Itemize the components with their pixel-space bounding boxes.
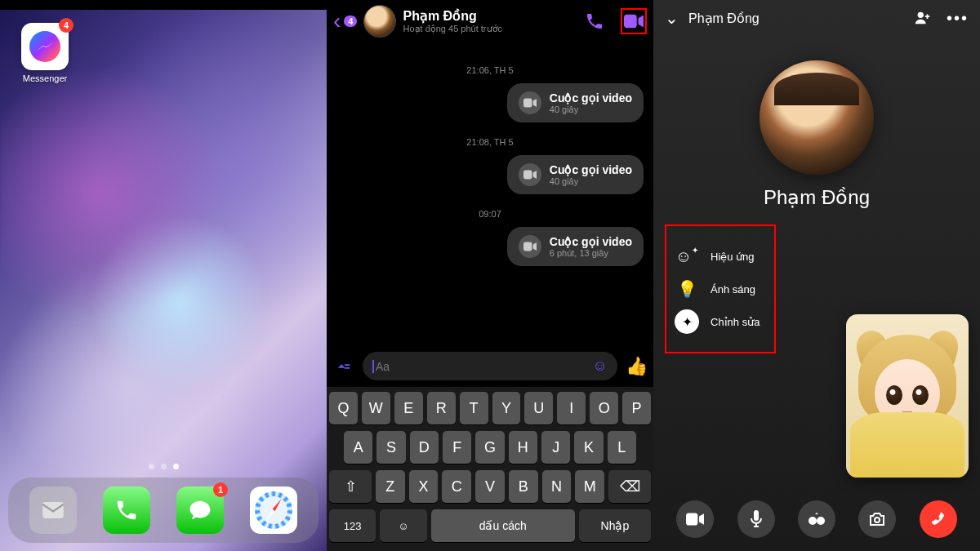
call-contact-name-large: Phạm Đồng xyxy=(653,186,980,209)
edit-option[interactable]: ✦ Chỉnh sửa xyxy=(675,309,760,334)
svg-rect-0 xyxy=(42,502,64,518)
return-key[interactable]: Nhập xyxy=(579,509,651,542)
messenger-app[interactable]: 4 Messenger xyxy=(21,23,69,83)
key-v[interactable]: V xyxy=(475,470,505,503)
key-f[interactable]: F xyxy=(443,431,471,464)
key-q[interactable]: Q xyxy=(329,392,358,424)
contact-info[interactable]: Phạm Đồng Hoạt động 45 phút trước xyxy=(403,8,502,34)
effects-label: Hiệu ứng xyxy=(710,251,755,263)
key-y[interactable]: Y xyxy=(492,392,521,424)
svg-rect-4 xyxy=(523,242,532,251)
phone-app-icon[interactable] xyxy=(103,487,150,534)
call-title: Cuộc gọi video xyxy=(550,163,632,176)
svg-point-10 xyxy=(875,518,880,522)
effects-button[interactable] xyxy=(798,500,835,538)
call-log-bubble[interactable]: Cuộc gọi video 40 giây xyxy=(507,83,644,122)
more-options-button[interactable]: ••• xyxy=(947,9,969,28)
shift-key[interactable]: ⇧ xyxy=(329,470,372,503)
video-call-panel: ⌄ Phạm Đồng ••• Phạm Đồng ☺✦ Hiệu ứng 💡 … xyxy=(653,0,980,551)
svg-point-9 xyxy=(817,517,825,525)
key-h[interactable]: H xyxy=(509,431,537,464)
svg-point-5 xyxy=(918,11,924,17)
emoji-keyboard-key[interactable]: ☺ xyxy=(380,509,426,542)
edit-label: Chỉnh sửa xyxy=(710,316,760,328)
keyboard: QWERTYUIOP ASDFGHJKL ⇧ ZXCVBNM ⌫ 123 ☺ d… xyxy=(327,387,653,551)
chat-panel: ‹ 4 Phạm Đồng Hoạt động 45 phút trước 21… xyxy=(327,0,653,551)
home-screen-panel: 4 Messenger 1 xyxy=(0,0,327,551)
key-u[interactable]: U xyxy=(524,392,553,424)
key-i[interactable]: I xyxy=(557,392,586,424)
numbers-key[interactable]: 123 xyxy=(329,509,376,542)
minimize-button[interactable]: ⌄ xyxy=(665,8,679,28)
key-w[interactable]: W xyxy=(362,392,390,424)
end-call-button[interactable] xyxy=(920,500,957,538)
svg-rect-3 xyxy=(523,170,532,179)
toggle-video-button[interactable] xyxy=(676,500,714,538)
messages-app-icon[interactable]: 1 xyxy=(176,487,224,534)
page-indicator[interactable] xyxy=(0,464,327,469)
key-t[interactable]: T xyxy=(460,392,488,424)
audio-call-button[interactable] xyxy=(581,8,608,34)
key-g[interactable]: G xyxy=(475,431,504,464)
svg-point-8 xyxy=(808,517,817,525)
backspace-key[interactable]: ⌫ xyxy=(608,470,651,503)
messenger-app-icon[interactable]: 4 xyxy=(21,23,69,70)
message-input[interactable]: Aa ☺ xyxy=(363,352,617,380)
effects-option[interactable]: ☺✦ Hiệu ứng xyxy=(675,244,760,269)
more-actions-button[interactable] xyxy=(335,358,354,375)
timestamp: 21:08, TH 5 xyxy=(336,137,644,147)
back-button[interactable]: ‹ xyxy=(333,8,341,34)
key-b[interactable]: B xyxy=(509,470,538,503)
key-e[interactable]: E xyxy=(394,392,423,424)
key-s[interactable]: S xyxy=(376,431,405,464)
video-call-button[interactable] xyxy=(621,8,647,34)
activity-status: Hoạt động 45 phút trước xyxy=(403,24,502,34)
key-r[interactable]: R xyxy=(427,392,456,424)
call-duration: 6 phút, 13 giây xyxy=(550,248,632,258)
key-m[interactable]: M xyxy=(575,470,604,503)
key-a[interactable]: A xyxy=(344,431,372,464)
chat-messages[interactable]: 21:06, TH 5 Cuộc gọi video 40 giây 21:08… xyxy=(327,42,653,345)
lighting-label: Ánh sáng xyxy=(710,283,755,295)
flip-camera-button[interactable] xyxy=(858,500,896,538)
input-placeholder: Aa xyxy=(376,360,593,373)
key-k[interactable]: K xyxy=(574,431,603,464)
call-log-bubble[interactable]: Cuộc gọi video 6 phút, 13 giây xyxy=(507,227,644,266)
key-z[interactable]: Z xyxy=(376,470,405,503)
timestamp: 21:06, TH 5 xyxy=(336,65,644,75)
key-x[interactable]: X xyxy=(409,470,439,503)
chat-header: ‹ 4 Phạm Đồng Hoạt động 45 phút trước xyxy=(327,0,653,42)
call-log-bubble[interactable]: Cuộc gọi video 40 giây xyxy=(507,155,644,194)
call-controls xyxy=(653,500,980,538)
add-person-button[interactable] xyxy=(914,9,932,28)
dock: 1 xyxy=(8,478,318,543)
key-d[interactable]: D xyxy=(410,431,439,464)
smiley-icon: ☺✦ xyxy=(675,244,699,269)
space-key[interactable]: dấu cách xyxy=(431,509,575,542)
contact-avatar[interactable] xyxy=(363,5,396,38)
toggle-mic-button[interactable] xyxy=(737,500,775,538)
call-duration: 40 giây xyxy=(550,104,632,114)
key-n[interactable]: N xyxy=(542,470,572,503)
dock-app-1[interactable] xyxy=(29,487,77,534)
self-video-preview[interactable] xyxy=(846,314,969,478)
status-bar xyxy=(0,0,327,10)
key-l[interactable]: L xyxy=(608,431,636,464)
key-c[interactable]: C xyxy=(442,470,471,503)
lighting-option[interactable]: 💡 Ánh sáng xyxy=(675,277,760,301)
messenger-app-label: Messenger xyxy=(21,73,69,83)
svg-rect-1 xyxy=(624,15,637,29)
svg-rect-6 xyxy=(686,513,697,525)
contact-name: Phạm Đồng xyxy=(403,8,502,24)
contact-avatar-large xyxy=(760,60,874,175)
compose-bar: Aa ☺ 👍 xyxy=(327,345,653,387)
messenger-badge: 4 xyxy=(59,18,74,33)
like-button[interactable]: 👍 xyxy=(626,356,645,377)
svg-rect-7 xyxy=(754,510,759,521)
key-o[interactable]: O xyxy=(590,392,618,424)
emoji-button[interactable]: ☺ xyxy=(593,358,608,375)
key-j[interactable]: J xyxy=(541,431,570,464)
safari-app-icon[interactable] xyxy=(250,487,297,534)
key-p[interactable]: P xyxy=(622,392,651,424)
video-call-icon xyxy=(519,163,541,186)
